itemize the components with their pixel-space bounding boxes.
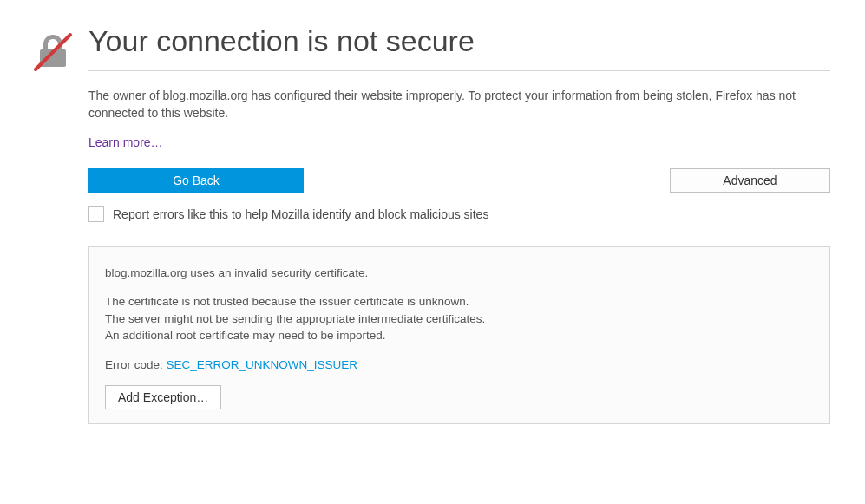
page-title: Your connection is not secure	[88, 24, 830, 58]
report-row: Report errors like this to help Mozilla …	[88, 206, 830, 222]
insecure-lock-icon	[30, 29, 75, 424]
details-line-4: An additional root certificate may need …	[105, 327, 814, 344]
error-code-line: Error code: SEC_ERROR_UNKNOWN_ISSUER	[105, 357, 814, 374]
icon-column	[17, 24, 88, 424]
button-row: Go Back Advanced	[88, 168, 830, 193]
advanced-details-panel: blog.mozilla.org uses an invalid securit…	[88, 246, 830, 425]
report-checkbox[interactable]	[88, 206, 104, 222]
content-column: Your connection is not secure The owner …	[88, 24, 830, 424]
error-code-prefix: Error code:	[105, 358, 167, 371]
add-exception-button[interactable]: Add Exception…	[105, 385, 221, 409]
advanced-button[interactable]: Advanced	[670, 168, 830, 193]
report-checkbox-label: Report errors like this to help Mozilla …	[113, 207, 488, 221]
go-back-button[interactable]: Go Back	[88, 168, 304, 193]
title-divider	[88, 70, 830, 71]
error-code-link[interactable]: SEC_ERROR_UNKNOWN_ISSUER	[167, 358, 358, 371]
details-line-2: The certificate is not trusted because t…	[105, 293, 814, 311]
error-description: The owner of blog.mozilla.org has config…	[88, 87, 830, 122]
learn-more-link[interactable]: Learn more…	[88, 135, 163, 149]
details-line-1: blog.mozilla.org uses an invalid securit…	[105, 265, 814, 282]
error-page: Your connection is not secure The owner …	[0, 0, 865, 442]
details-line-3: The server might not be sending the appr…	[105, 311, 814, 328]
